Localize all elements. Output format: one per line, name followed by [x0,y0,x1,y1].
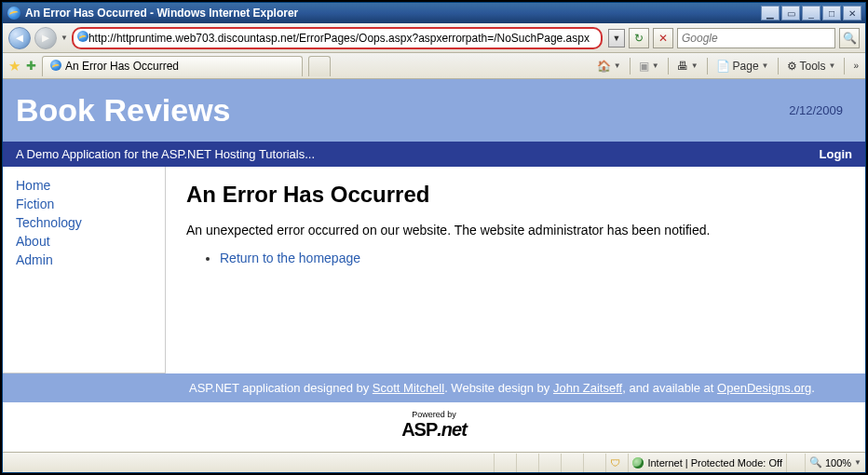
stop-button[interactable]: ✕ [653,28,673,48]
nav-dropdown[interactable]: ▼ [61,34,68,42]
close-button[interactable]: ✕ [843,6,861,20]
forward-button[interactable]: ► [34,27,57,49]
new-tab-button[interactable] [308,56,331,76]
header-date: 2/12/2009 [789,103,852,117]
rss-icon: ▣ [639,60,649,73]
minimize-tray-button[interactable]: ▁ [761,6,780,20]
separator [778,58,779,75]
search-button[interactable]: 🔍 [839,28,860,48]
site-subheader: A Demo Application for the ASP.NET Hosti… [3,142,865,167]
status-bar: 🛡 Internet | Protected Mode: Off 🔍 100% … [3,452,865,472]
print-icon: 🖶 [677,60,688,73]
search-box[interactable] [677,28,835,48]
aspnet-logo: ASP.net [401,419,467,440]
status-pane [561,454,583,472]
home-button[interactable]: 🏠▼ [597,60,621,73]
footer-site-link[interactable]: OpenDesigns.org [717,381,811,395]
powered-by: Powered by ASP.net [3,402,865,452]
maximize-button[interactable]: □ [822,6,841,20]
site-title: Book Reviews [16,92,789,129]
login-link[interactable]: Login [820,147,852,161]
return-home-link[interactable]: Return to the homepage [220,251,360,265]
gear-icon: ⚙ [787,60,797,73]
page-content: Book Reviews 2/12/2009 A Demo Applicatio… [3,79,865,452]
tab-favicon [50,60,61,74]
navigation-bar: ◄ ► ▼ ▼ ↻ ✕ 🔍 [3,23,865,53]
footer-text: ASP.NET application designed by [189,381,373,395]
separator [630,58,631,75]
site-header: Book Reviews 2/12/2009 [3,79,865,142]
page-favicon [77,31,88,45]
window-title: An Error Has Occurred - Windows Internet… [25,7,761,20]
add-favorite-icon[interactable]: ✚ [26,59,36,73]
status-pane [786,454,805,472]
url-input[interactable] [88,32,597,45]
globe-icon [632,457,644,468]
tab-title: An Error Has Occurred [65,60,179,73]
nav-home[interactable]: Home [16,176,165,195]
site-footer: ASP.NET application designed by Scott Mi… [3,373,865,402]
address-history-dropdown[interactable]: ▼ [608,29,625,48]
search-input[interactable] [682,32,831,45]
separator [707,58,708,75]
zoom-icon: 🔍 [809,456,822,468]
address-bar[interactable] [72,27,603,49]
zoom-control[interactable]: 🔍 100% ▼ [805,454,865,472]
toolbar-overflow[interactable]: » [853,61,860,71]
title-bar[interactable]: An Error Has Occurred - Windows Internet… [3,3,865,23]
tab-bar: ★ ✚ An Error Has Occurred 🏠▼ ▣▼ 🖶▼ 📄Page… [3,53,865,79]
browser-tab[interactable]: An Error Has Occurred [42,56,303,76]
zoom-value: 100% [825,457,851,468]
restore-tray-button[interactable]: ▭ [781,6,800,20]
footer-text: . Website design by [444,381,553,395]
page-body: An Error Has Occurred An unexpected erro… [166,167,865,373]
page-icon: 📄 [716,60,730,73]
separator [668,58,669,75]
nav-technology[interactable]: Technology [16,213,165,232]
home-icon: 🏠 [597,60,611,73]
nav-fiction[interactable]: Fiction [16,195,165,213]
page-menu[interactable]: 📄Page▼ [716,60,769,73]
footer-author-link[interactable]: Scott Mitchell [373,381,444,395]
tagline: A Demo Application for the ASP.NET Hosti… [16,147,820,161]
minimize-button[interactable]: _ [802,6,821,20]
footer-text: , and available at [622,381,717,395]
status-pane [583,454,605,472]
error-message: An unexpected error occurred on our webs… [186,223,854,238]
favorites-icon[interactable]: ★ [8,58,20,75]
chevron-down-icon: ▼ [854,458,861,467]
refresh-button[interactable]: ↻ [629,28,649,48]
powered-label: Powered by [3,410,865,419]
main-layout: Home Fiction Technology About Admin An E… [3,167,865,373]
command-bar: 🏠▼ ▣▼ 🖶▼ 📄Page▼ ⚙Tools▼ » [597,58,860,75]
footer-designer-link[interactable]: John Zaitseff [553,381,622,395]
ie-icon [7,6,21,20]
separator [844,58,845,75]
feeds-button[interactable]: ▣▼ [639,60,659,73]
status-pane [494,454,516,472]
sidebar-nav: Home Fiction Technology About Admin [3,167,166,373]
zone-pane[interactable]: Internet | Protected Mode: Off [628,454,786,472]
nav-about[interactable]: About [16,232,165,251]
tools-menu[interactable]: ⚙Tools▼ [787,60,836,73]
print-button[interactable]: 🖶▼ [677,60,698,73]
shield-icon: 🛡 [610,457,620,468]
status-pane: 🛡 [605,454,628,472]
zone-text: Internet | Protected Mode: Off [647,457,782,468]
browser-window: An Error Has Occurred - Windows Internet… [2,2,866,473]
status-pane [516,454,538,472]
error-heading: An Error Has Occurred [186,182,854,208]
back-button[interactable]: ◄ [8,27,31,49]
list-item: Return to the homepage [220,251,854,265]
footer-text: . [811,381,815,395]
status-pane [538,454,561,472]
nav-admin[interactable]: Admin [16,251,165,269]
